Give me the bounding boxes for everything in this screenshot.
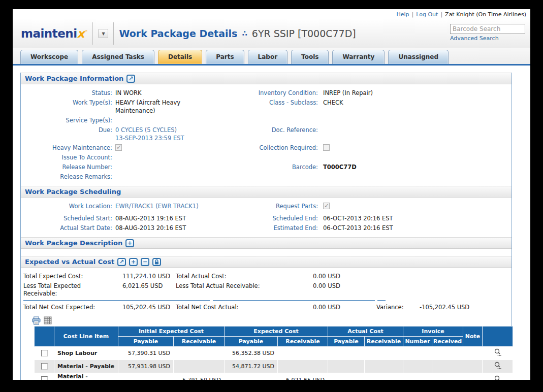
request-parts-label: Request Parts:: [232, 202, 321, 210]
actual-cost-group-header: Actual Cost: [328, 326, 403, 337]
total-net-cost-actual-label: Total Net Cost Actual:: [176, 304, 313, 311]
note-cell: [463, 360, 483, 373]
magnifier-glyph: [494, 375, 502, 380]
table-row-material-payable: Material - Payable 57,931.98 USD 54,871.…: [35, 360, 513, 373]
tab-unassigned[interactable]: Unassigned: [388, 50, 449, 64]
work-location-link[interactable]: EWR/TRACK1 (EWR TRACK1): [115, 202, 237, 210]
due-link[interactable]: 0 CYCLES (5 CYCLES)13-SEP-2013 23:59 EST: [115, 126, 197, 142]
printer-glyph: [32, 316, 41, 325]
variance-label: Variance:: [376, 304, 420, 311]
invoice-received-cell: [432, 347, 463, 360]
note-cell: [463, 347, 483, 360]
note-cell: [463, 373, 483, 380]
due-value-line2: 13-SEP-2013 23:59 EST: [115, 134, 197, 142]
section-header-work-package-scheduling: Work Package Scheduling: [21, 186, 512, 198]
receivable-column-header: Receivable: [278, 337, 328, 347]
external-link-icon[interactable]: ↗: [117, 258, 126, 266]
initial-receivable-cell: [174, 360, 225, 373]
less-total-actual-receivable-value: 0.00 USD: [313, 282, 376, 290]
initial-expected-cost-group-header: Initial Expected Cost: [118, 326, 225, 337]
invoice-received-cell: [432, 373, 463, 380]
invoice-number-cell: [403, 347, 432, 360]
tab-assigned-tasks[interactable]: Assigned Tasks: [82, 50, 154, 64]
lock-icon[interactable]: [152, 258, 161, 266]
cost-line-item-cell: Shop Labour: [54, 347, 118, 360]
scheduled-end-value: 06-OCT-2013 20:16 EST: [323, 214, 393, 222]
inspect-icon[interactable]: [494, 375, 502, 380]
print-icon[interactable]: [32, 316, 41, 325]
inventory-condition-value: INREP (In Repair): [323, 89, 373, 97]
barcode-label: Barcode:: [232, 163, 321, 171]
menu-toggle-button[interactable]: ▼: [98, 29, 108, 38]
content-panel: Work Package Information ↗ Status: IN WO…: [20, 73, 512, 380]
invoice-received-cell: [432, 360, 463, 373]
grid-view-icon[interactable]: [44, 316, 52, 324]
actual-start-date-value: 08-AUG-2013 20:16 EST: [115, 224, 197, 232]
inspect-icon[interactable]: [494, 348, 502, 356]
tab-details[interactable]: Details: [158, 50, 202, 64]
scheduled-start-value: 08-AUG-2013 19:16 EST: [115, 214, 197, 222]
tab-warranty[interactable]: Warranty: [332, 50, 385, 64]
header: maintenix™ ▼ Work Package Details ∴ 6YR …: [13, 19, 530, 48]
total-actual-cost-label: Total Actual Cost:: [176, 273, 313, 280]
expand-icon[interactable]: +: [129, 258, 138, 266]
variance-value: -105,202.45 USD: [420, 304, 469, 311]
table-toolbar: [21, 315, 512, 326]
heavy-maintenance-label: Heavy Maintenance:: [21, 144, 115, 152]
cost-line-item-header: Cost Line Item: [54, 326, 118, 347]
row-checkbox[interactable]: [41, 350, 48, 356]
due-value-line1: 0 CYCLES (5 CYCLES): [115, 126, 177, 134]
work-package-scheduling-fields: Work Location: EWR/TRACK1 (EWR TRACK1) R…: [21, 198, 512, 237]
work-location-label: Work Location:: [21, 202, 115, 210]
received-column-header: Received: [432, 337, 463, 347]
tab-parts[interactable]: Parts: [206, 50, 244, 64]
help-link[interactable]: Help: [396, 11, 409, 18]
logout-link[interactable]: Log Out: [416, 11, 438, 18]
total-expected-cost-value: 111,224.10 USD: [122, 273, 176, 280]
invoice-group-header: Invoice: [403, 326, 463, 337]
section-title: Work Package Scheduling: [25, 188, 121, 195]
tab-workscope[interactable]: Workscope: [20, 50, 78, 64]
section-gap: [21, 249, 512, 256]
cost-line-items-table: Cost Line Item Initial Expected Cost Exp…: [34, 326, 513, 380]
inventory-condition-label: Inventory Condition:: [232, 89, 321, 97]
external-link-icon[interactable]: ↗: [126, 75, 135, 83]
select-column-header: [35, 326, 54, 347]
scheduled-start-label: Scheduled Start:: [21, 214, 115, 222]
collection-required-label: Collection Required:: [232, 144, 321, 152]
initial-payable-cell: 57,931.98 USD: [118, 360, 174, 373]
tab-tools[interactable]: Tools: [291, 50, 329, 64]
page-title: Work Package Details: [119, 28, 237, 39]
collection-required-checkbox: [323, 144, 330, 151]
work-package-information-fields: Status: IN WORK Inventory Condition: INR…: [21, 84, 512, 186]
release-remarks-label: Release Remarks:: [21, 173, 115, 181]
expected-payable-cell: 54,871.72 USD: [225, 360, 278, 373]
class-subclass-label: Class - Subclass:: [232, 99, 321, 107]
tab-labor[interactable]: Labor: [248, 50, 288, 64]
barcode-search-input[interactable]: [450, 24, 525, 34]
inspect-icon[interactable]: [494, 362, 502, 370]
total-net-cost-expected-value: 105,202.45 USD: [122, 304, 176, 311]
tabs-underline: [13, 64, 530, 66]
total-expected-cost-label: Total Expected Cost:: [23, 273, 122, 280]
actions-column-header: [483, 326, 513, 347]
receivable-column-header: Receivable: [365, 337, 403, 347]
release-number-label: Release Number:: [21, 163, 115, 171]
advanced-search-link[interactable]: Advanced Search: [450, 35, 526, 42]
actual-start-date-label: Actual Start Date:: [21, 224, 115, 232]
cost-line-item-cell: Material - Payable: [54, 360, 118, 373]
row-checkbox[interactable]: [41, 363, 48, 370]
section-title: Expected vs Actual Cost: [25, 258, 114, 266]
estimated-end-label: Estimated End:: [232, 224, 321, 232]
header-divider: [92, 22, 93, 45]
less-total-expected-receivable-value: 6,021.65 USD: [122, 282, 176, 290]
barcode-value: T000C77D: [323, 163, 357, 171]
scheduled-end-label: Scheduled End:: [232, 214, 321, 222]
expected-receivable-cell: [278, 360, 328, 373]
summary-rules: [21, 300, 512, 302]
breadcrumb-separator-icon: ∴: [242, 29, 247, 38]
collapse-icon[interactable]: −: [141, 258, 149, 266]
expand-icon[interactable]: +: [125, 239, 134, 247]
row-checkbox[interactable]: [41, 376, 48, 380]
initial-receivable-cell: [174, 347, 225, 360]
